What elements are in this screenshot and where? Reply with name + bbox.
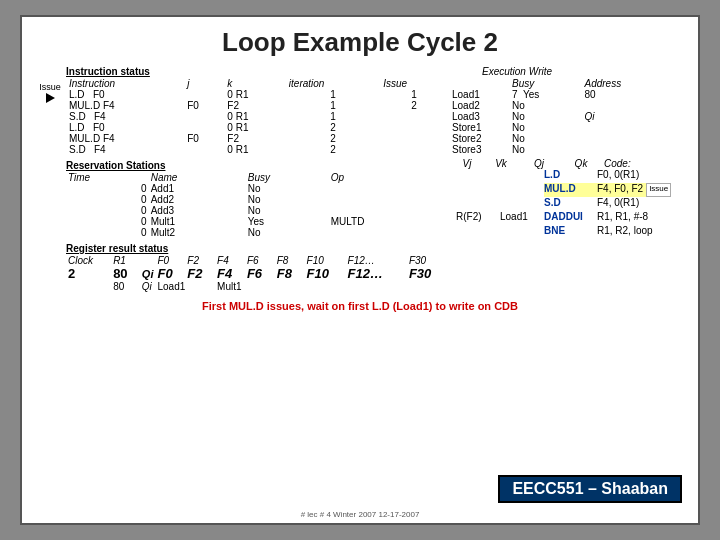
issue-badge: Issue [646,183,671,197]
col-j: j [184,78,224,89]
col-iteration: iteration [286,78,380,89]
code-line-5: BNE R1, R2, loop [544,225,671,239]
code-line-1: L.D F0, 0(R1) [544,169,671,183]
instruction-status-table: Instruction j k iteration Issue L.D F0 0… [66,78,448,155]
exec-write-header: Execution Write [452,66,682,77]
table-row: MUL.D F4 F0 F2 2 [66,133,448,144]
slide-title: Loop Example Cycle 2 [38,27,682,58]
table-row: Load2 No [452,100,682,111]
table-row: 0 Mult2 No [66,227,448,238]
table-row: 0 Mult1 Yes MULTD [66,216,448,227]
table-row: L.D F0 0 R1 2 [66,122,448,133]
table-row: 2 80 Qi F0 F2 F4 F6 F8 F10 F12… F30 [66,266,448,281]
instr-status-title: Instruction status [66,66,448,77]
col-issue: Issue [380,78,448,89]
footer-box: EECC551 – Shaaban [498,475,682,503]
table-row: 0 Add3 No [66,205,448,216]
rs-vk-col: R(F2) [456,169,496,239]
slide: Loop Example Cycle 2 Issue Instruction s… [20,15,700,525]
rs-qj-col: Load1 [500,169,540,239]
bottom-note: First MUL.D issues, wait on first L.D (L… [38,300,682,312]
table-row: 0 Add2 No [66,194,448,205]
register-result-table: Clock R1 F0 F2 F4 F6 F8 F10 F12… F30 [66,255,448,292]
col-k: k [224,78,286,89]
table-row: 0 Add1 No [66,183,448,194]
table-row: 80 Qi Load1 Mult1 [66,281,448,292]
table-row: Load3 No Qi [452,111,682,122]
table-row: Store3 No [452,144,682,155]
table-row: S.D F4 0 R1 2 [66,144,448,155]
exec-label: Execution [482,66,526,77]
table-row: L.D F0 0 R1 1 1 [66,89,448,100]
table-row: Load1 7 Yes 80 [452,89,682,100]
table-row: MUL.D F4 F0 F2 1 2 [66,100,448,111]
rs-right-headers: Vj Vk Qj Qk Code: [452,158,682,169]
rs-right-body: R(F2) Load1 L.D F0, 0(R1) [452,169,682,239]
code-line-2: MUL.D F4, F0, F2 Issue [544,183,671,197]
write-label: Write [529,66,552,77]
rs-title: Reservation Stations [66,160,448,171]
table-row: Store2 No [452,133,682,144]
col-instruction: Instruction [66,78,184,89]
code-line-4: DADDUI R1, R1, #-8 [544,211,671,225]
table-row: Store1 No [452,122,682,133]
issue-arrow-icon [46,93,55,103]
rs-qk-plus-code: L.D F0, 0(R1) MUL.D F4, F0, F2 Issue S.D… [544,169,671,239]
footer-small: # lec # 4 Winter 2007 12-17-2007 [22,510,698,519]
reg-result-title: Register result status [66,243,448,254]
reservation-stations-table: Time Name Busy Op 0 Add1 No 0 [66,172,448,238]
issue-label: Issue [39,82,61,92]
table-row: S.D F4 0 R1 1 [66,111,448,122]
load-store-table: Busy Address Load1 7 Yes 80 Load2 No [452,78,682,155]
code-line-3: S.D F4, 0(R1) [544,197,671,211]
